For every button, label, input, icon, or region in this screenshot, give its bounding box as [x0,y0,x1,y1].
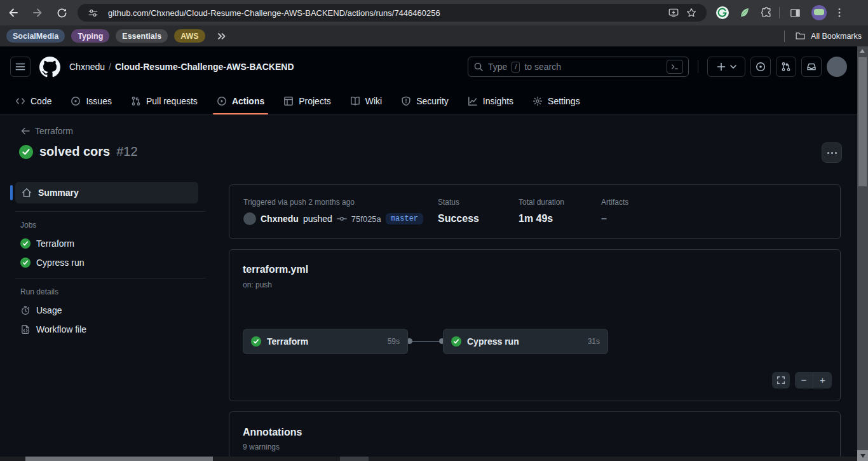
horizontal-scrollbar-thumb-secondary[interactable] [340,457,369,461]
scroll-down-arrow[interactable] [857,450,868,461]
browser-profile-avatar[interactable] [811,5,827,20]
job-node-terraform[interactable]: Terraform 59s [243,329,408,354]
tab-security[interactable]: Security [396,87,454,114]
annotations-card: Annotations 9 warnings [229,411,841,461]
bookmark-star-icon[interactable] [682,4,700,22]
bookmark-group-aws[interactable]: AWS [174,29,205,43]
selected-accent-bar [10,185,13,200]
all-bookmarks-label[interactable]: All Bookmarks [811,32,862,41]
reload-button[interactable] [51,2,72,24]
job-duration: 59s [388,337,400,346]
duration-column: Total duration 1m 49s [519,198,564,224]
breadcrumb: Chxnedu / Cloud-Resume-Challenge-AWS-BAC… [69,62,294,72]
commit-sha[interactable]: 75f025a [351,214,381,224]
sidebar-item-workflow-file[interactable]: Workflow file [20,324,211,334]
actor-avatar[interactable] [243,212,256,225]
home-icon [22,188,32,198]
run-sidebar: Summary Jobs Terraform Cypress run Run d… [10,182,211,334]
status-value: Success [438,213,479,224]
fullscreen-icon [776,376,785,385]
bookmark-group-socialmedia[interactable]: SocialMedia [6,29,65,43]
github-logo-icon[interactable] [39,57,60,78]
breadcrumb-owner[interactable]: Chxnedu [69,62,105,72]
repo-nav: Code Issues Pull requests Actions Projec… [0,87,857,114]
command-palette-icon[interactable] [667,60,683,74]
create-new-button[interactable] [707,57,745,77]
slash-keycap: / [512,62,520,72]
github-avatar[interactable] [827,57,847,77]
artifacts-value: – [601,213,628,224]
forward-button[interactable] [27,2,48,24]
zoom-in-button[interactable]: + [813,373,832,388]
zoom-out-button[interactable]: − [795,373,813,388]
leaf-extension-icon[interactable] [738,6,751,19]
run-title: solved cors [39,144,110,159]
fullscreen-button[interactable] [772,372,790,389]
browser-menu-icon[interactable] [831,4,848,22]
header-divider [698,60,698,73]
back-to-workflow-link[interactable]: Terraform [20,126,73,136]
commit-icon [337,214,347,224]
branch-badge[interactable]: master [386,213,423,224]
hamburger-menu-button[interactable] [10,57,31,77]
address-bar[interactable]: github.com/Chxnedu/Cloud-Resume-Challeng… [78,4,707,22]
tab-insights[interactable]: Insights [463,87,519,114]
pull-requests-header-button[interactable] [776,57,796,77]
vertical-scrollbar-thumb[interactable] [858,57,867,186]
trigger-column: Triggered via push 2 months ago Chxnedu … [243,198,423,225]
sidebar-item-summary[interactable]: Summary [15,182,198,203]
annotations-warning-count: 9 warnings [243,443,280,451]
duration-value: 1m 49s [519,213,564,224]
horizontal-scrollbar[interactable] [0,457,857,461]
browser-toolbar: github.com/Chxnedu/Cloud-Resume-Challeng… [0,0,868,25]
issues-header-button[interactable] [750,57,771,77]
tab-pull-requests[interactable]: Pull requests [126,87,203,114]
breadcrumb-separator: / [109,62,111,72]
vertical-scrollbar[interactable] [857,46,868,461]
workflow-graph-card: terraform.yml on: push Terraform 59s Cyp… [229,249,841,401]
sidebar-job-cypress-run[interactable]: Cypress run [20,258,211,268]
bookmark-group-typing[interactable]: Typing [71,29,109,43]
scroll-up-arrow[interactable] [860,49,865,53]
search-input[interactable]: Type / to search [468,57,689,77]
tab-projects[interactable]: Projects [278,87,336,114]
extensions-puzzle-icon[interactable] [760,6,773,19]
run-details-section-label: Run details [20,287,211,296]
horizontal-scrollbar-thumb[interactable] [25,457,213,461]
grammarly-extension-icon[interactable] [715,6,729,20]
bookmark-group-essentials[interactable]: Essentials [116,29,168,43]
tab-wiki[interactable]: Wiki [345,87,387,114]
tab-code[interactable]: Code [10,87,57,114]
annotations-title: Annotations [243,427,302,438]
jobs-section-label: Jobs [20,221,211,230]
bookmarks-divider [784,31,785,42]
tab-issues[interactable]: Issues [65,87,116,114]
run-number: #12 [116,144,137,159]
bookmarks-bar: SocialMedia Typing Essentials AWS All Bo… [0,25,868,46]
success-check-icon [19,145,33,159]
run-summary-card: Triggered via push 2 months ago Chxnedu … [229,184,841,239]
side-panel-icon[interactable] [786,4,804,22]
install-app-icon[interactable] [665,4,682,22]
tab-settings[interactable]: Settings [527,87,585,114]
actor-name[interactable]: Chxnedu [261,214,299,224]
job-node-cypress-run[interactable]: Cypress run 31s [443,329,608,354]
sidebar-item-usage[interactable]: Usage [20,305,211,315]
back-button[interactable] [3,2,24,24]
sidebar-job-terraform[interactable]: Terraform [20,238,211,249]
run-title-row: solved cors #12 [19,144,138,159]
breadcrumb-repo[interactable]: Cloud-Resume-Challenge-AWS-BACKEND [115,62,294,72]
file-code-icon [20,324,31,334]
search-icon [473,62,484,72]
workflow-file-name: terraform.yml [243,264,308,275]
status-column: Status Success [438,198,479,224]
run-options-button[interactable] [822,142,842,163]
url-text[interactable]: github.com/Chxnedu/Cloud-Resume-Challeng… [108,8,665,18]
zoom-controls: − + [795,372,832,389]
bookmarks-overflow-icon[interactable] [217,31,227,41]
inbox-button[interactable] [801,57,822,77]
tab-actions[interactable]: Actions [212,87,269,114]
site-info-icon[interactable] [84,4,102,22]
job-duration: 31s [588,337,600,346]
success-check-icon [20,258,31,268]
